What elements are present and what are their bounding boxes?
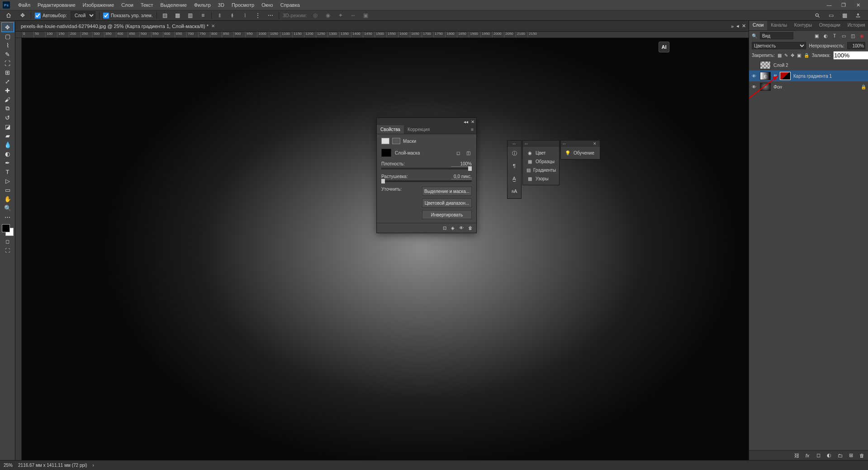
- menu-window[interactable]: Окно: [258, 0, 277, 9]
- window-maximize-button[interactable]: ❐: [836, 0, 851, 10]
- slide3d-icon[interactable]: ↔: [349, 11, 358, 20]
- layer-name[interactable]: Фон: [773, 85, 782, 89]
- home-button[interactable]: [3, 11, 14, 20]
- learn-tab[interactable]: 💡Обучение: [561, 149, 600, 157]
- cam3d-icon[interactable]: ▣: [361, 11, 370, 20]
- zoom-tool[interactable]: 🔍: [2, 203, 14, 212]
- layer-row[interactable]: 👁 ◐ ⛓ Карта градиента 1: [749, 70, 868, 81]
- share-icon[interactable]: [854, 11, 863, 20]
- new-layer-icon[interactable]: ⊞: [847, 452, 854, 459]
- healing-tool[interactable]: ✚: [2, 86, 14, 95]
- tab-properties[interactable]: Свойства: [377, 125, 404, 134]
- window-close-button[interactable]: ✕: [851, 0, 865, 10]
- tabs-overflow-icon[interactable]: »: [731, 24, 734, 29]
- info-icon[interactable]: ⓘ: [508, 147, 521, 160]
- fx-icon[interactable]: fx: [804, 452, 811, 459]
- properties-panel-titlebar[interactable]: ◂◂ ✕: [377, 118, 476, 125]
- layer-thumbnail[interactable]: [760, 61, 771, 69]
- distribute-bottom-icon[interactable]: ⫶: [241, 11, 250, 20]
- mask-icon[interactable]: ◻: [815, 452, 822, 459]
- lasso-tool[interactable]: ⌇: [2, 41, 14, 50]
- align-right-icon[interactable]: ▥: [186, 11, 195, 20]
- pixel-mask-mode-button[interactable]: [381, 138, 389, 144]
- filter-smart-icon[interactable]: ◫: [849, 32, 856, 39]
- invert-button[interactable]: Инвертировать: [422, 210, 472, 219]
- density-slider[interactable]: Плотность:: [381, 161, 472, 169]
- gradients-tab[interactable]: ▤Градиенты: [523, 166, 559, 174]
- gradient-tool[interactable]: ▰: [2, 131, 14, 140]
- lock-artboard-icon[interactable]: ▣: [797, 52, 801, 58]
- doc-dimensions[interactable]: 2116.67 мм x 1411.11 мм (72 ppi): [18, 463, 87, 468]
- crop-tool[interactable]: ⛶: [2, 59, 14, 68]
- feather-input[interactable]: [451, 174, 472, 179]
- orbit-icon[interactable]: ◎: [311, 11, 320, 20]
- hand-tool[interactable]: ✋: [2, 194, 14, 203]
- patterns-tab[interactable]: ▩Узоры: [523, 174, 559, 183]
- delete-layer-icon[interactable]: 🗑: [858, 452, 865, 459]
- tab-scroll-left-icon[interactable]: ◂: [736, 23, 739, 29]
- foreground-color-swatch[interactable]: [2, 224, 10, 232]
- path-select-tool[interactable]: ▷: [2, 176, 14, 185]
- mask-thumbnail[interactable]: [780, 72, 791, 80]
- character-icon[interactable]: A̲: [508, 172, 521, 185]
- disable-mask-icon[interactable]: 👁: [459, 226, 464, 230]
- load-selection-icon[interactable]: ⊡: [443, 226, 446, 230]
- tab-actions[interactable]: Операции: [816, 21, 844, 30]
- link-layers-icon[interactable]: ⛓: [793, 452, 800, 459]
- document-tab[interactable]: pexels-ike-louie-natividad-6279440.jpg @…: [18, 22, 218, 30]
- frame-tool[interactable]: ⊞: [2, 68, 14, 77]
- filter-pixel-icon[interactable]: ▣: [813, 32, 820, 39]
- document-tab-close-icon[interactable]: ✕: [211, 24, 215, 28]
- glyphs-icon[interactable]: aA: [508, 185, 521, 197]
- menu-edit[interactable]: Редактирование: [34, 0, 79, 9]
- filter-type-icon[interactable]: T: [831, 32, 838, 39]
- edit-toolbar-button[interactable]: ⋯: [2, 212, 14, 221]
- color-range-button[interactable]: Цветовой диапазон...: [422, 198, 472, 207]
- layer-name[interactable]: Карта градиента 1: [793, 74, 832, 79]
- paragraph-icon[interactable]: ¶: [508, 160, 521, 172]
- document-canvas[interactable]: [22, 38, 749, 460]
- eyedropper-tool[interactable]: ⤢: [2, 77, 14, 86]
- lock-paint-icon[interactable]: ✎: [784, 52, 788, 58]
- options-overflow-icon[interactable]: ⋯: [266, 11, 275, 20]
- collapse-icon[interactable]: ◂◂: [464, 119, 468, 124]
- tab-paths[interactable]: Контуры: [791, 21, 816, 30]
- blend-mode-dropdown[interactable]: Цветность: [752, 42, 806, 49]
- drag-handle-icon[interactable]: ››: [525, 142, 528, 146]
- menu-image[interactable]: Изображение: [79, 0, 118, 9]
- group-icon[interactable]: 🗀: [836, 452, 844, 459]
- add-pixel-mask-icon[interactable]: ◻: [455, 149, 462, 156]
- horizontal-ruler[interactable]: 0501001502002503003504004505005506006507…: [22, 32, 749, 38]
- tab-adjustments[interactable]: Коррекция: [404, 125, 433, 134]
- filter-adjust-icon[interactable]: ◐: [822, 32, 829, 39]
- quick-mask-button[interactable]: ◻: [3, 238, 12, 245]
- strip-handle[interactable]: ››: [508, 141, 521, 147]
- lock-all-icon[interactable]: 🔒: [804, 52, 809, 58]
- tab-history[interactable]: История: [844, 21, 868, 30]
- ai-chip[interactable]: AI: [659, 42, 669, 52]
- pan3d-icon[interactable]: ◉: [323, 11, 332, 20]
- tab-layers[interactable]: Слои: [749, 21, 767, 30]
- menu-layer[interactable]: Слои: [118, 0, 137, 9]
- fill-input[interactable]: [833, 51, 868, 60]
- auto-select-checkbox[interactable]: Автовыбор:: [35, 13, 67, 19]
- screen-mode-button[interactable]: ⛶: [3, 247, 12, 254]
- lock-position-icon[interactable]: ✥: [791, 52, 794, 58]
- auto-select-target-dropdown[interactable]: Слой: [71, 11, 95, 19]
- menu-filter[interactable]: Фильтр: [190, 0, 214, 9]
- clone-tool[interactable]: ⧉: [2, 104, 14, 113]
- visibility-toggle[interactable]: 👁: [751, 74, 757, 79]
- distribute-more-icon[interactable]: ⋮: [253, 11, 262, 20]
- filter-shape-icon[interactable]: ▭: [840, 32, 847, 39]
- marquee-tool[interactable]: ▢: [2, 32, 14, 41]
- properties-menu-icon[interactable]: ≡: [468, 125, 476, 134]
- menu-type[interactable]: Текст: [137, 0, 157, 9]
- menu-3d[interactable]: 3D: [214, 0, 228, 9]
- close-icon[interactable]: ✕: [471, 119, 474, 124]
- opacity-input[interactable]: [847, 42, 865, 49]
- tab-channels[interactable]: Каналы: [767, 21, 791, 30]
- color-swatches[interactable]: [2, 224, 14, 236]
- menu-select[interactable]: Выделение: [157, 0, 190, 9]
- menu-view[interactable]: Просмотр: [228, 0, 258, 9]
- shape-tool[interactable]: ▭: [2, 185, 14, 194]
